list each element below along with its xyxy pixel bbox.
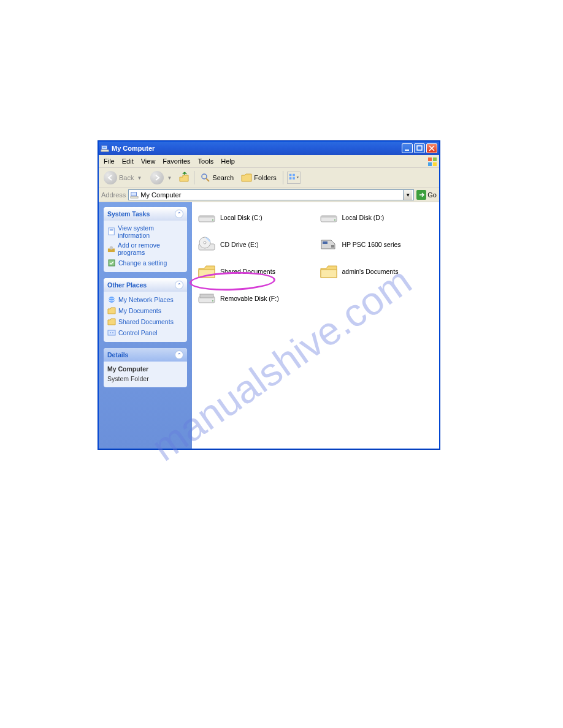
svg-rect-5 [428, 157, 432, 161]
device-icon [319, 235, 339, 254]
item-cd-drive[interactable]: CD Drive (E:) [197, 235, 313, 254]
link-network-places[interactable]: My Network Places [107, 295, 183, 304]
chevron-up-icon: ⌃ [175, 351, 183, 359]
windows-logo-icon [427, 156, 438, 167]
computer-icon [101, 144, 109, 153]
folders-button[interactable]: Folders [239, 172, 279, 184]
svg-point-29 [212, 219, 213, 221]
forward-dropdown-icon[interactable]: ▼ [166, 175, 173, 181]
link-control-panel[interactable]: Control Panel [107, 328, 183, 337]
svg-rect-7 [428, 162, 432, 166]
svg-rect-12 [289, 177, 292, 180]
back-button[interactable]: Back ▼ [101, 170, 145, 186]
panel-header[interactable]: Other Places ⌃ [104, 278, 187, 292]
link-change-setting[interactable]: Change a setting [107, 259, 183, 267]
programs-icon [107, 245, 115, 253]
folder-icon [107, 317, 116, 326]
svg-rect-13 [293, 177, 295, 180]
item-local-disk-c[interactable]: Local Disk (C:) [197, 208, 313, 227]
maximize-button[interactable] [414, 143, 425, 153]
back-icon [104, 171, 117, 184]
svg-point-35 [204, 241, 206, 244]
search-icon [201, 173, 210, 183]
link-shared-documents[interactable]: Shared Documents [107, 317, 183, 326]
link-add-remove-programs[interactable]: Add or remove programs [107, 241, 183, 256]
content-area[interactable]: Local Disk (C:) Local Disk (D:) CD Drive… [192, 202, 439, 449]
separator [283, 171, 283, 184]
removable-icon [197, 289, 216, 308]
control-icon [107, 328, 116, 337]
svg-rect-10 [289, 174, 292, 176]
address-combo[interactable]: My Computer ▼ [128, 189, 414, 200]
item-shared-documents[interactable]: Shared Documents [197, 262, 313, 281]
panel-header[interactable]: System Tasks ⌃ [104, 207, 187, 221]
item-removable-disk[interactable]: Removable Disk (F:) [197, 289, 313, 308]
docs-icon [107, 306, 116, 315]
menu-view[interactable]: View [137, 156, 159, 166]
go-icon [416, 190, 426, 200]
go-button[interactable]: Go [416, 190, 437, 200]
svg-point-32 [334, 219, 335, 221]
search-button[interactable]: Search [198, 172, 236, 184]
separator [194, 171, 194, 184]
panel-system-tasks: System Tasks ⌃ View system information A… [104, 207, 187, 272]
panel-header[interactable]: Details ⌃ [104, 348, 187, 362]
panel-details: Details ⌃ My Computer System Folder [104, 348, 187, 387]
sidebar: System Tasks ⌃ View system information A… [99, 202, 192, 449]
svg-point-26 [112, 332, 113, 333]
svg-rect-39 [200, 294, 213, 298]
svg-rect-15 [131, 197, 138, 199]
svg-rect-1 [103, 146, 106, 148]
close-button[interactable] [426, 143, 437, 153]
svg-rect-11 [293, 174, 295, 176]
cd-icon [197, 235, 216, 254]
svg-rect-28 [199, 216, 215, 218]
views-button[interactable] [287, 172, 301, 184]
svg-rect-18 [110, 230, 113, 231]
setting-icon [107, 259, 116, 267]
computer-icon [130, 191, 139, 199]
forward-button[interactable]: ▼ [148, 170, 175, 186]
hdd-icon [319, 208, 339, 227]
address-label: Address [101, 191, 126, 199]
folder-icon [197, 262, 216, 281]
svg-rect-16 [109, 228, 114, 235]
item-local-disk-d[interactable]: Local Disk (D:) [319, 208, 435, 227]
window: My Computer File Edit View Favorites Too… [98, 141, 440, 449]
folder-icon [319, 262, 339, 281]
svg-rect-17 [110, 229, 113, 230]
svg-rect-24 [108, 330, 115, 335]
item-admins-documents[interactable]: admin's Documents [319, 262, 435, 281]
menu-help[interactable]: Help [217, 156, 239, 166]
details-name: My Computer [107, 365, 183, 373]
svg-rect-4 [417, 146, 422, 150]
toolbar: Back ▼ ▼ Search Folders [99, 168, 439, 188]
link-my-documents[interactable]: My Documents [107, 306, 183, 315]
window-title: My Computer [112, 145, 402, 152]
link-view-system-information[interactable]: View system information [107, 224, 183, 239]
svg-point-20 [110, 246, 113, 249]
forward-icon [150, 171, 164, 184]
svg-point-25 [110, 332, 111, 333]
minimize-button[interactable] [402, 143, 413, 153]
menu-favorites[interactable]: Favorites [159, 156, 194, 166]
network-icon [107, 295, 116, 304]
menu-edit[interactable]: Edit [118, 156, 137, 166]
up-button[interactable] [178, 172, 190, 184]
svg-point-40 [212, 300, 213, 301]
svg-point-9 [202, 174, 207, 179]
window-body: System Tasks ⌃ View system information A… [99, 202, 439, 449]
svg-rect-36 [323, 241, 327, 244]
titlebar[interactable]: My Computer [99, 142, 439, 155]
item-hp-psc[interactable]: HP PSC 1600 series [319, 235, 435, 254]
menu-tools[interactable]: Tools [194, 156, 218, 166]
svg-rect-6 [433, 157, 437, 161]
address-dropdown-icon[interactable]: ▼ [403, 190, 412, 200]
menu-file[interactable]: File [100, 156, 118, 166]
back-dropdown-icon[interactable]: ▼ [136, 175, 143, 181]
svg-point-22 [109, 297, 115, 303]
panel-other-places: Other Places ⌃ My Network Places My Docu… [104, 278, 187, 342]
svg-rect-31 [321, 216, 337, 218]
svg-rect-37 [331, 245, 334, 248]
chevron-up-icon: ⌃ [175, 281, 183, 289]
